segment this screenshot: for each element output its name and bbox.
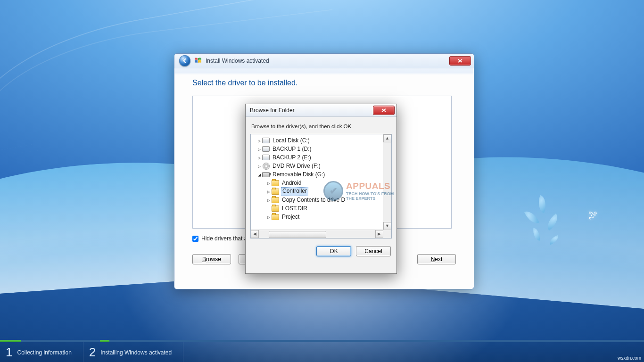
setup-step-1: 1 Collecting information (0, 340, 83, 362)
installer-titlebar[interactable]: Install Windows activated (174, 54, 474, 68)
next-button[interactable]: Next (417, 254, 456, 264)
selected-folder-label: Controller (281, 187, 308, 196)
back-button[interactable] (179, 55, 190, 66)
decorative-leaves (507, 192, 564, 263)
step-number: 1 (6, 345, 12, 360)
browse-close-button[interactable] (373, 106, 395, 115)
browse-titlebar[interactable]: Browse for Folder (246, 104, 396, 117)
vertical-scrollbar[interactable]: ▲ ▼ (383, 134, 391, 230)
setup-footer: 1 Collecting information 2 Installing Wi… (0, 340, 644, 362)
usb-drive-icon (262, 172, 270, 177)
folder-icon (272, 180, 279, 186)
hard-disk-icon (262, 138, 270, 143)
step-label: Collecting information (17, 349, 71, 356)
windows-flag-icon (194, 57, 202, 65)
progress-segment-2 (100, 340, 109, 342)
tree-node-controller[interactable]: ▷ Controller (252, 187, 390, 196)
scrollbar-thumb[interactable] (269, 231, 326, 238)
tree-node-android[interactable]: ▷ Android (252, 179, 390, 187)
hide-drivers-label: Hide drivers that a (201, 235, 247, 242)
scroll-left-arrow[interactable]: ◀ (251, 230, 259, 238)
scroll-down-arrow[interactable]: ▼ (383, 222, 391, 230)
tree-node-copy-contents[interactable]: ▷ Copy Contents to drive D (252, 196, 390, 204)
folder-icon (272, 214, 279, 220)
setup-progress-bar (0, 340, 644, 342)
optical-disc-icon (263, 163, 270, 170)
installer-title: Install Windows activated (206, 58, 269, 64)
folder-icon (272, 197, 279, 203)
tree-node-backup-2[interactable]: ▷ BACKUP 2 (E:) (252, 153, 390, 162)
browse-for-folder-dialog: Browse for Folder Browse to the driver(s… (245, 104, 397, 274)
folder-icon (272, 206, 279, 212)
scrollbar-corner (383, 230, 391, 238)
tree-node-local-disk-c[interactable]: ▷ Local Disk (C:) (252, 136, 390, 145)
scroll-up-arrow[interactable]: ▲ (383, 134, 391, 142)
hard-disk-icon (262, 155, 270, 160)
step-label: Installing Windows activated (100, 349, 172, 356)
browse-button[interactable]: Browse (192, 254, 231, 264)
tree-node-removable-disk[interactable]: ◢ Removable Disk (G:) (252, 170, 390, 179)
horizontal-scrollbar[interactable]: ◀ ▶ (251, 230, 391, 238)
setup-step-2: 2 Installing Windows activated (83, 340, 183, 362)
tree-node-lostdir[interactable]: LOST.DIR (252, 204, 390, 213)
decorative-bird-icon: 🕊 (588, 210, 598, 221)
progress-segment-1 (0, 340, 21, 342)
tree-node-project[interactable]: ▷ Project (252, 213, 390, 221)
image-attribution: wsxdn.com (618, 355, 641, 361)
hard-disk-icon (262, 146, 270, 152)
browse-instruction: Browse to the driver(s), and then click … (246, 117, 396, 134)
scroll-right-arrow[interactable]: ▶ (375, 230, 383, 238)
folder-icon (272, 189, 279, 195)
folder-tree[interactable]: ▷ Local Disk (C:) ▷ BACKUP 1 (D:) ▷ BACK… (250, 134, 392, 239)
browse-title: Browse for Folder (250, 107, 295, 114)
tree-node-dvd-drive[interactable]: ▷ DVD RW Drive (F:) (252, 162, 390, 170)
page-heading: Select the driver to be installed. (192, 79, 456, 87)
cancel-button[interactable]: Cancel (356, 246, 391, 256)
ok-button[interactable]: OK (316, 246, 351, 256)
close-button[interactable] (449, 56, 471, 66)
hide-drivers-checkbox[interactable] (192, 236, 198, 242)
step-number: 2 (89, 345, 96, 360)
tree-node-backup-1[interactable]: ▷ BACKUP 1 (D:) (252, 145, 390, 153)
